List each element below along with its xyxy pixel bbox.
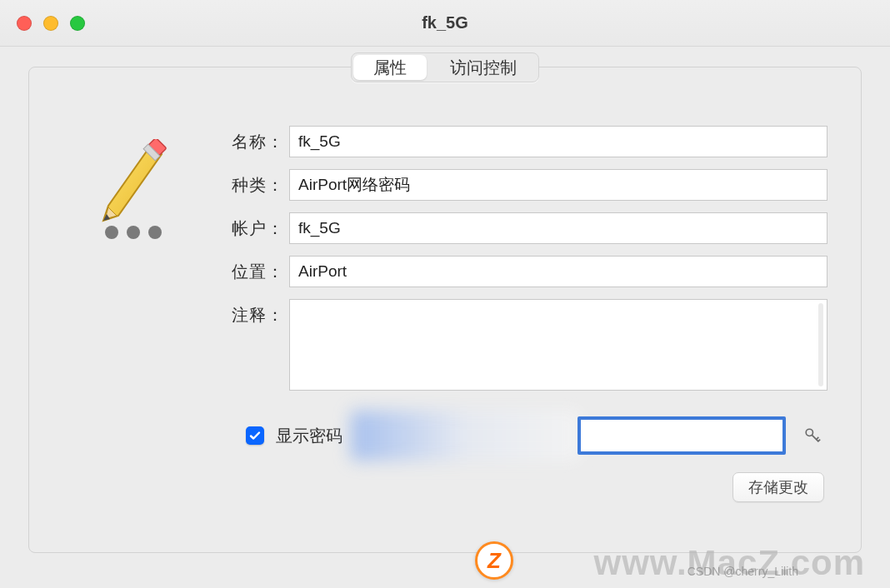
zoom-button[interactable] bbox=[70, 16, 85, 31]
row-account: 帐户： bbox=[212, 212, 828, 244]
fields: 名称： 种类： 帐户： 位置： bbox=[212, 126, 828, 502]
titlebar: fk_5G bbox=[0, 0, 890, 47]
account-field[interactable] bbox=[289, 212, 828, 244]
svg-line-8 bbox=[818, 440, 820, 441]
row-comments: 注释： bbox=[212, 299, 828, 391]
content-area: 属性 访问控制 bbox=[0, 47, 890, 588]
scrollbar[interactable] bbox=[818, 303, 823, 386]
row-kind: 种类： bbox=[212, 169, 828, 201]
label-kind: 种类： bbox=[212, 169, 289, 197]
show-password-checkbox[interactable] bbox=[246, 426, 264, 445]
row-name: 名称： bbox=[212, 126, 828, 157]
tab-bar: 属性 访问控制 bbox=[351, 52, 539, 82]
row-show-password: 显示密码 bbox=[212, 411, 828, 461]
label-account: 帐户： bbox=[212, 212, 289, 240]
tab-attributes[interactable]: 属性 bbox=[353, 55, 427, 80]
minimize-button[interactable] bbox=[43, 16, 58, 31]
item-icon-col bbox=[62, 126, 204, 502]
save-changes-button[interactable]: 存储更改 bbox=[732, 472, 824, 502]
window-title: fk_5G bbox=[0, 13, 890, 32]
panel: 属性 访问控制 bbox=[28, 67, 862, 553]
label-where: 位置： bbox=[212, 256, 289, 283]
row-save: 存储更改 bbox=[212, 472, 828, 502]
label-name: 名称： bbox=[212, 126, 289, 153]
watermark-csdn: CSDN @cherry_Lilith bbox=[688, 565, 798, 578]
comments-field[interactable] bbox=[289, 299, 828, 391]
svg-line-7 bbox=[817, 437, 819, 440]
key-icon[interactable] bbox=[798, 421, 828, 451]
pencil-icon bbox=[92, 139, 175, 231]
name-field[interactable] bbox=[289, 126, 828, 157]
password-blurred-region bbox=[351, 411, 581, 461]
row-where: 位置： bbox=[212, 256, 828, 287]
password-field[interactable] bbox=[578, 416, 786, 455]
form: 名称： 种类： 帐户： 位置： bbox=[29, 67, 861, 519]
close-button[interactable] bbox=[17, 16, 32, 31]
show-password-label: 显示密码 bbox=[276, 425, 342, 447]
window-controls bbox=[17, 16, 85, 31]
checkmark-icon bbox=[248, 429, 262, 442]
where-field[interactable] bbox=[289, 256, 828, 287]
kind-field[interactable] bbox=[289, 169, 828, 201]
password-dots-icon bbox=[105, 226, 162, 239]
label-comments: 注释： bbox=[212, 299, 289, 326]
keychain-item-window: fk_5G 属性 访问控制 bbox=[0, 0, 890, 588]
tab-access-control[interactable]: 访问控制 bbox=[428, 53, 538, 82]
